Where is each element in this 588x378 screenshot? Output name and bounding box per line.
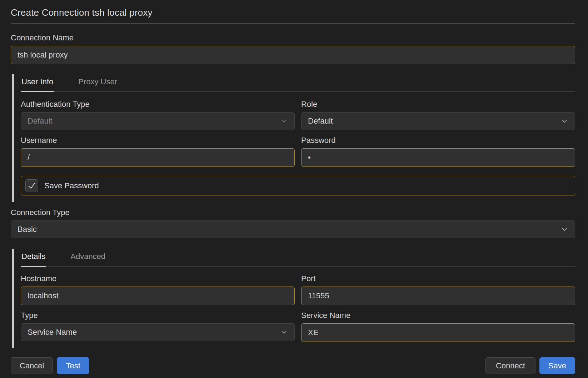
footer-right-group: Connect Save <box>485 357 575 374</box>
connection-type-select[interactable]: Basic <box>11 220 575 238</box>
username-input[interactable] <box>21 148 295 167</box>
connection-type-value: Basic <box>18 225 37 234</box>
authentication-type-value: Default <box>28 116 53 126</box>
connection-type-field: Connection Type Basic <box>11 208 575 238</box>
port-label: Port <box>301 274 575 283</box>
type-value: Service Name <box>28 328 77 337</box>
password-label: Password <box>301 136 575 145</box>
authentication-type-select[interactable]: Default <box>21 112 295 130</box>
save-password-label: Save Password <box>44 181 99 190</box>
connection-type-label: Connection Type <box>11 208 575 217</box>
save-password-checkbox[interactable] <box>25 179 38 192</box>
user-info-tabbar: User Info Proxy User <box>21 74 575 92</box>
hostname-input[interactable] <box>21 287 295 305</box>
connect-button[interactable]: Connect <box>485 357 535 374</box>
username-field: Username <box>21 136 295 167</box>
service-name-input[interactable] <box>301 323 575 342</box>
port-input[interactable] <box>301 287 575 305</box>
chevron-down-icon <box>560 117 568 125</box>
port-field: Port <box>301 274 575 305</box>
details-section: Details Advanced Hostname Port Type Serv… <box>12 249 575 348</box>
type-select[interactable]: Service Name <box>21 323 295 341</box>
hostname-field: Hostname <box>21 274 295 305</box>
connection-name-label: Connection Name <box>11 33 575 43</box>
user-info-body: Authentication Type Default Role Default <box>21 100 575 195</box>
page-title: Create Connection tsh local proxy <box>11 7 575 18</box>
test-button[interactable]: Test <box>57 357 89 374</box>
password-input[interactable] <box>301 148 575 167</box>
tab-advanced[interactable]: Advanced <box>70 249 106 266</box>
role-value: Default <box>308 116 333 126</box>
username-label: Username <box>21 136 295 145</box>
authentication-type-field: Authentication Type Default <box>21 100 295 130</box>
create-connection-dialog: Create Connection tsh local proxy Connec… <box>0 0 588 378</box>
chevron-down-icon <box>560 225 568 233</box>
user-info-section: User Info Proxy User Authentication Type… <box>12 74 575 202</box>
service-name-field: Service Name <box>301 311 575 342</box>
tab-user-info[interactable]: User Info <box>21 74 54 92</box>
chevron-down-icon <box>280 328 288 336</box>
password-field: Password <box>301 136 575 167</box>
hostname-label: Hostname <box>21 274 295 283</box>
checkmark-icon <box>27 181 36 190</box>
tab-proxy-user[interactable]: Proxy User <box>78 74 118 91</box>
service-name-label: Service Name <box>301 311 575 320</box>
role-select[interactable]: Default <box>301 112 575 130</box>
role-label: Role <box>301 100 575 109</box>
dialog-footer: Cancel Test Connect Save <box>11 357 575 374</box>
type-label: Type <box>21 311 295 320</box>
title-divider <box>11 24 575 24</box>
chevron-down-icon <box>280 117 288 125</box>
details-tabbar: Details Advanced <box>21 249 575 267</box>
type-field: Type Service Name <box>21 311 295 342</box>
details-body: Hostname Port Type Service Name <box>21 274 575 342</box>
authentication-type-label: Authentication Type <box>21 100 295 109</box>
cancel-button[interactable]: Cancel <box>11 357 53 374</box>
tab-details[interactable]: Details <box>21 249 46 267</box>
role-field: Role Default <box>301 100 575 130</box>
connection-name-input[interactable] <box>11 46 575 64</box>
save-password-row: Save Password <box>21 176 575 195</box>
save-button[interactable]: Save <box>539 357 575 374</box>
